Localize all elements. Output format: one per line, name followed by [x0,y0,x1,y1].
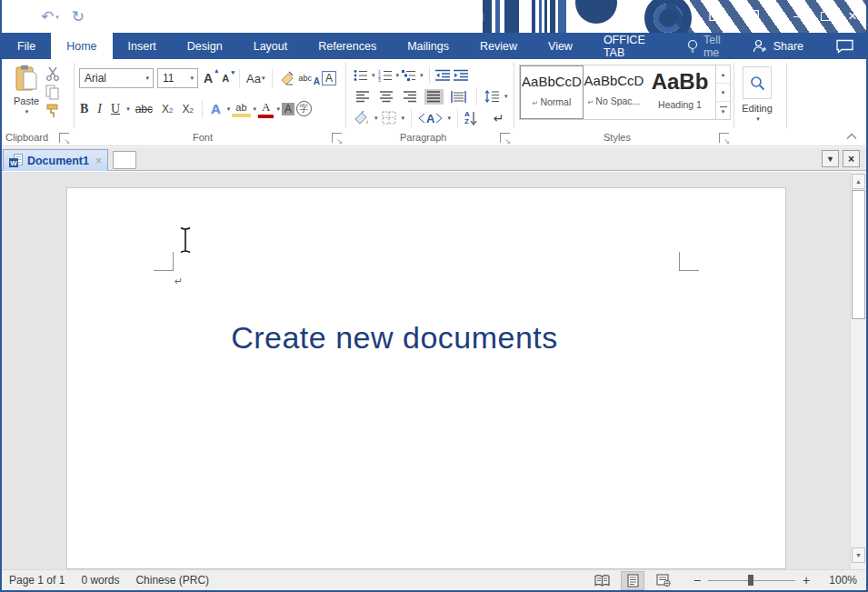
styles-scroll-up-icon[interactable]: ▴ [716,65,730,84]
comments-icon[interactable] [825,33,864,59]
read-mode-icon[interactable] [590,571,614,590]
numbering-dropdown[interactable]: ▾ [396,72,400,79]
highlight-color-button[interactable]: ab [232,101,250,117]
editing-dropdown[interactable]: ▾ [735,115,781,123]
word-count[interactable]: 0 words [81,574,119,587]
shrink-font-button[interactable]: A▾ [220,72,233,85]
web-layout-icon[interactable] [652,571,675,590]
redo-icon[interactable]: ↻ [72,9,85,25]
align-left-icon[interactable] [354,89,373,105]
document-page[interactable]: ↵ Create new documents [66,187,786,569]
maximize-button[interactable] [812,0,839,33]
scroll-up-icon[interactable]: ▲ [852,174,865,189]
zoom-slider-handle[interactable] [748,575,753,586]
line-spacing-icon[interactable] [484,90,499,103]
scroll-down-icon[interactable]: ▼ [852,547,865,563]
minimize-button[interactable] [784,0,812,33]
highlight-dropdown[interactable]: ▾ [254,105,257,113]
strikethrough-button[interactable]: abc [132,101,156,117]
text-effects-dropdown[interactable]: ▾ [227,105,231,113]
new-document-tab-button[interactable] [113,151,136,169]
phonetic-guide-button[interactable]: abcA [299,74,319,83]
clipboard-dialog-launcher[interactable] [59,133,69,143]
close-button[interactable]: × [839,0,866,33]
increase-indent-icon[interactable] [454,69,469,82]
tab-insert[interactable]: Insert [113,33,172,59]
change-case-button[interactable]: Aa▾ [246,72,264,85]
paragraph-dialog-launcher[interactable] [500,133,510,143]
underline-button[interactable]: U [107,100,124,118]
bold-button[interactable]: B [76,100,92,118]
tab-home[interactable]: Home [51,33,112,59]
italic-button[interactable]: I [94,100,105,118]
format-painter-icon[interactable] [45,104,60,119]
style-no-spacing[interactable]: AaBbCcD ↵No Spac... [584,65,644,119]
show-hide-marks-button[interactable]: ↵ [494,111,504,125]
user-initials[interactable]: LJ [708,10,721,24]
save-icon[interactable] [15,10,28,24]
scrollbar-thumb[interactable] [852,190,865,319]
tab-list-dropdown-icon[interactable]: ▼ [822,150,839,167]
zoom-out-icon[interactable]: − [690,573,704,587]
document-tab-close-icon[interactable]: × [95,155,102,167]
font-color-button[interactable]: A [258,99,274,118]
numbering-button[interactable]: 123 [378,69,393,82]
editing-find-button[interactable] [743,66,772,99]
styles-scroll-down-icon[interactable]: ▾ [716,84,730,102]
justify-icon[interactable] [424,89,444,105]
shading-dropdown[interactable]: ▾ [374,115,378,122]
enclose-characters-button[interactable]: 字 [296,101,312,116]
zoom-slider[interactable] [708,574,795,587]
subscript-button[interactable]: X2 [158,101,176,117]
line-spacing-dropdown[interactable]: ▾ [504,93,508,100]
grow-font-button[interactable]: A▴ [202,70,216,86]
cut-icon[interactable] [45,66,61,81]
distribute-icon[interactable] [448,89,469,105]
tab-mailings[interactable]: Mailings [392,33,464,59]
font-dialog-launcher[interactable] [332,133,342,143]
multilevel-list-button[interactable] [402,69,416,82]
font-color-dropdown[interactable]: ▾ [276,105,280,113]
tab-layout[interactable]: Layout [238,33,304,59]
multilevel-dropdown[interactable]: ▾ [420,72,424,79]
customize-quick-access-icon[interactable]: ▾ [97,13,105,20]
tab-view[interactable]: View [533,33,588,59]
tab-file[interactable]: File [2,33,51,59]
asian-layout-dropdown[interactable]: ▾ [447,115,451,122]
tab-review[interactable]: Review [464,33,533,59]
ribbon-display-options-icon[interactable] [744,10,759,23]
style-normal[interactable]: AaBbCcD ↵Normal [520,65,584,119]
document-canvas[interactable]: ↵ Create new documents ▲ ▼ [2,172,866,569]
shading-icon[interactable] [354,111,370,125]
print-layout-icon[interactable] [621,571,644,590]
styles-dialog-launcher[interactable] [719,133,729,143]
language-indicator[interactable]: Chinese (PRC) [135,574,209,587]
superscript-button[interactable]: X2 [178,101,196,117]
undo-icon[interactable]: ↶▾ [41,9,59,25]
share-button[interactable]: Share [743,33,813,59]
clear-formatting-icon[interactable] [279,71,295,85]
character-border-button[interactable]: A [322,71,336,85]
bullets-button[interactable] [354,69,368,82]
zoom-in-icon[interactable]: + [799,573,813,587]
copy-icon[interactable] [45,85,60,100]
paste-button[interactable]: Paste ▾ [9,65,44,115]
font-size-combo[interactable]: 11▾ [157,68,198,88]
tab-office-tab[interactable]: OFFICE TAB [588,33,678,59]
styles-more-icon[interactable]: ▾ [716,102,730,119]
collapse-ribbon-icon[interactable] [846,133,857,140]
font-name-combo[interactable]: Arial▾ [79,68,154,88]
zoom-level[interactable]: 100% [813,574,857,587]
vertical-scrollbar[interactable]: ▲ ▼ [850,172,866,569]
tell-me-box[interactable]: Tell me [678,33,743,59]
asian-layout-button[interactable]: A [418,112,443,125]
tab-references[interactable]: References [303,33,392,59]
tab-design[interactable]: Design [172,33,238,59]
text-effects-button[interactable]: A [207,99,224,118]
bullets-dropdown[interactable]: ▾ [372,72,375,79]
align-center-icon[interactable] [377,89,396,105]
sort-button[interactable]: AZ [464,111,477,125]
character-shading-button[interactable]: A [282,103,294,115]
decrease-indent-icon[interactable] [435,69,451,82]
borders-icon[interactable] [382,111,397,125]
